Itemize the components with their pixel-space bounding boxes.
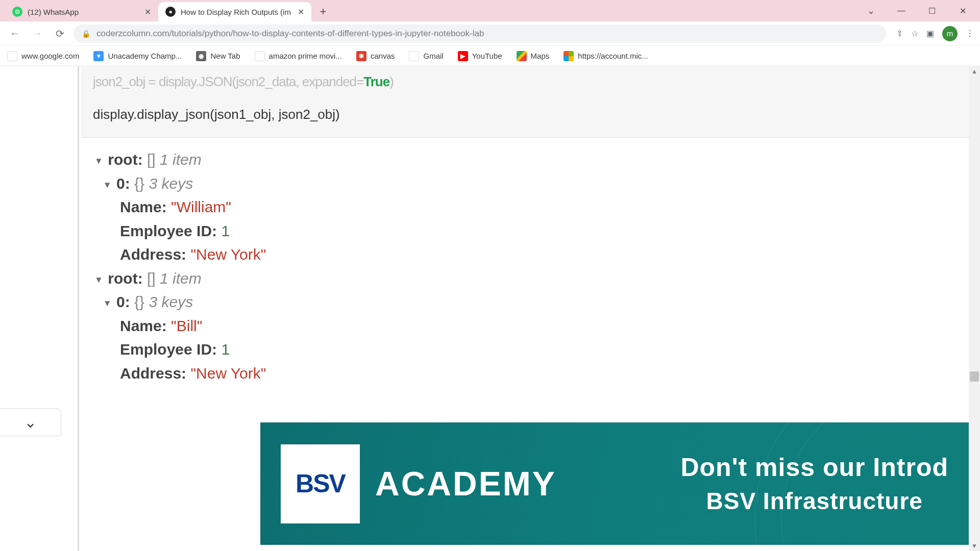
side-panel-icon[interactable]: ▣ bbox=[926, 29, 934, 38]
google-icon: G bbox=[255, 51, 265, 61]
bookmark-star-icon[interactable]: ☆ bbox=[911, 29, 918, 38]
json-index-row[interactable]: ▼ 0: {} 3 keys bbox=[94, 290, 266, 314]
maximize-button[interactable]: ☐ bbox=[918, 2, 946, 20]
json-field-row: Name: "William" bbox=[94, 195, 266, 219]
toolbar-right: ⇪ ☆ ▣ m ⋮ bbox=[891, 26, 974, 41]
reload-button[interactable]: ⟳ bbox=[51, 25, 68, 42]
site-icon: ● bbox=[165, 7, 176, 17]
scroll-down-icon[interactable]: ▼ bbox=[969, 541, 980, 551]
bookmark-youtube[interactable]: ▶YouTube bbox=[458, 51, 502, 61]
chevron-down-icon[interactable]: ▼ bbox=[103, 297, 112, 310]
ad-banner[interactable]: BSV ACADEMY Don't miss our Introd BSV In… bbox=[260, 422, 969, 545]
share-icon[interactable]: ⇪ bbox=[896, 29, 903, 38]
browser-titlebar: ⊙ (12) WhatsApp ✕ ● How to Display Rich … bbox=[0, 0, 980, 21]
scroll-up-icon[interactable]: ▲ bbox=[969, 66, 980, 77]
collapse-ad-toggle[interactable]: ⌄ bbox=[0, 408, 61, 436]
scrollbar-thumb[interactable] bbox=[970, 371, 979, 382]
globe-icon: ◉ bbox=[196, 51, 206, 61]
close-icon[interactable]: ✕ bbox=[298, 7, 304, 17]
chevron-down-icon[interactable]: ▼ bbox=[94, 155, 104, 168]
json-output: ▼ root: [] 1 item ▼ 0: {} 3 keys Name: "… bbox=[94, 148, 266, 385]
tab-title: How to Display Rich Outputs (im bbox=[181, 8, 292, 16]
json-field-row: Employee ID: 1 bbox=[94, 338, 266, 362]
whatsapp-icon: ⊙ bbox=[12, 7, 22, 17]
bookmark-unacademy[interactable]: ▼Unacademy Champ... bbox=[93, 51, 182, 61]
code-cell: json2_obj = display.JSON(json2_data, exp… bbox=[81, 66, 969, 138]
bookmark-gmail[interactable]: MGmail bbox=[409, 51, 443, 61]
bookmark-newtab[interactable]: ◉New Tab bbox=[196, 51, 240, 61]
lock-icon: 🔒 bbox=[82, 30, 90, 38]
minimize-button[interactable]: — bbox=[887, 2, 916, 20]
google-icon: G bbox=[7, 51, 17, 61]
banner-brand: ACADEMY bbox=[375, 464, 556, 503]
new-tab-button[interactable]: + bbox=[314, 3, 332, 20]
url-text: coderzcolumn.com/tutorials/python/how-to… bbox=[96, 29, 484, 39]
unacademy-icon: ▼ bbox=[93, 51, 104, 61]
tab-active[interactable]: ● How to Display Rich Outputs (im ✕ bbox=[158, 2, 311, 21]
bookmark-msaccount[interactable]: https://account.mic... bbox=[564, 51, 648, 61]
tab-title: (12) WhatsApp bbox=[28, 8, 139, 16]
vertical-scrollbar[interactable]: ▲ ▼ bbox=[969, 66, 980, 551]
canvas-icon: ✱ bbox=[356, 51, 366, 61]
gmail-icon: M bbox=[409, 51, 419, 61]
json-field-row: Employee ID: 1 bbox=[94, 219, 266, 243]
bookmark-canvas[interactable]: ✱canvas bbox=[356, 51, 395, 61]
code-line-cut: json2_obj = display.JSON(json2_data, exp… bbox=[93, 71, 957, 92]
json-index-row[interactable]: ▼ 0: {} 3 keys bbox=[94, 172, 266, 196]
bookmark-google[interactable]: Gwww.google.com bbox=[7, 51, 79, 61]
back-button[interactable]: ← bbox=[6, 25, 23, 42]
json-root-row[interactable]: ▼ root: [] 1 item bbox=[94, 267, 266, 291]
toolbar: ← → ⟳ 🔒 coderzcolumn.com/tutorials/pytho… bbox=[0, 21, 980, 46]
forward-button[interactable]: → bbox=[29, 25, 46, 42]
tabs-dropdown-icon[interactable]: ⌄ bbox=[856, 2, 885, 20]
window-controls: ⌄ — ☐ ✕ bbox=[856, 0, 980, 21]
tab-whatsapp[interactable]: ⊙ (12) WhatsApp ✕ bbox=[5, 2, 158, 21]
address-bar[interactable]: 🔒 coderzcolumn.com/tutorials/python/how-… bbox=[74, 24, 886, 43]
bsv-logo: BSV bbox=[281, 444, 360, 523]
bookmark-amazon[interactable]: Gamazon prime movi... bbox=[255, 51, 342, 61]
page-content: json2_obj = display.JSON(json2_data, exp… bbox=[0, 66, 980, 551]
close-window-button[interactable]: ✕ bbox=[948, 2, 977, 20]
microsoft-icon bbox=[564, 51, 574, 61]
code-line: display.display_json(json1_obj, json2_ob… bbox=[93, 104, 957, 124]
chevron-down-icon[interactable]: ▼ bbox=[94, 273, 104, 287]
content-left-gutter bbox=[0, 66, 79, 551]
json-field-row: Address: "New York" bbox=[94, 362, 266, 386]
maps-icon bbox=[517, 51, 527, 61]
json-field-row: Name: "Bill" bbox=[94, 314, 266, 338]
youtube-icon: ▶ bbox=[458, 51, 468, 61]
bookmarks-bar: Gwww.google.com ▼Unacademy Champ... ◉New… bbox=[0, 46, 980, 66]
chevron-down-icon: ⌄ bbox=[24, 413, 37, 431]
close-icon[interactable]: ✕ bbox=[144, 7, 151, 17]
profile-avatar[interactable]: m bbox=[942, 26, 958, 41]
menu-icon[interactable]: ⋮ bbox=[966, 29, 974, 38]
decorative-rings bbox=[754, 422, 969, 545]
chevron-down-icon[interactable]: ▼ bbox=[103, 179, 112, 192]
bookmark-maps[interactable]: Maps bbox=[517, 51, 550, 61]
json-root-row[interactable]: ▼ root: [] 1 item bbox=[94, 148, 266, 172]
json-field-row: Address: "New York" bbox=[94, 243, 266, 267]
